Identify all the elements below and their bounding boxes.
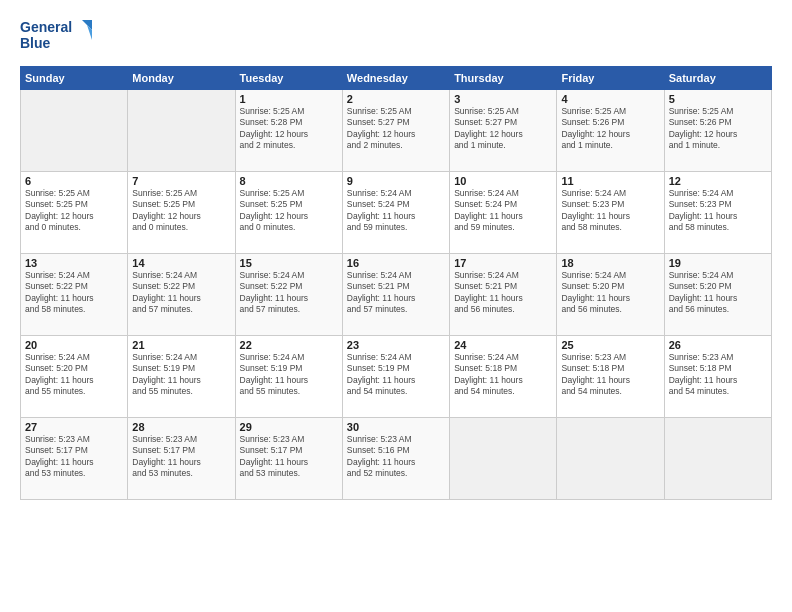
day-number: 12 [669,175,767,187]
calendar-cell: 20Sunrise: 5:24 AM Sunset: 5:20 PM Dayli… [21,336,128,418]
calendar-week-3: 13Sunrise: 5:24 AM Sunset: 5:22 PM Dayli… [21,254,772,336]
day-info: Sunrise: 5:25 AM Sunset: 5:26 PM Dayligh… [669,106,767,152]
day-info: Sunrise: 5:24 AM Sunset: 5:22 PM Dayligh… [240,270,338,316]
weekday-header-monday: Monday [128,67,235,90]
weekday-header-friday: Friday [557,67,664,90]
calendar-cell: 19Sunrise: 5:24 AM Sunset: 5:20 PM Dayli… [664,254,771,336]
calendar-week-4: 20Sunrise: 5:24 AM Sunset: 5:20 PM Dayli… [21,336,772,418]
day-number: 5 [669,93,767,105]
day-number: 27 [25,421,123,433]
day-number: 17 [454,257,552,269]
day-number: 11 [561,175,659,187]
calendar-cell: 8Sunrise: 5:25 AM Sunset: 5:25 PM Daylig… [235,172,342,254]
calendar-cell: 1Sunrise: 5:25 AM Sunset: 5:28 PM Daylig… [235,90,342,172]
day-number: 20 [25,339,123,351]
day-info: Sunrise: 5:24 AM Sunset: 5:22 PM Dayligh… [25,270,123,316]
day-info: Sunrise: 5:24 AM Sunset: 5:20 PM Dayligh… [561,270,659,316]
calendar-cell [21,90,128,172]
day-number: 13 [25,257,123,269]
day-number: 2 [347,93,445,105]
day-info: Sunrise: 5:23 AM Sunset: 5:17 PM Dayligh… [132,434,230,480]
day-info: Sunrise: 5:24 AM Sunset: 5:20 PM Dayligh… [669,270,767,316]
day-number: 21 [132,339,230,351]
calendar-table: SundayMondayTuesdayWednesdayThursdayFrid… [20,66,772,500]
day-info: Sunrise: 5:24 AM Sunset: 5:20 PM Dayligh… [25,352,123,398]
calendar-cell: 11Sunrise: 5:24 AM Sunset: 5:23 PM Dayli… [557,172,664,254]
day-number: 6 [25,175,123,187]
calendar-week-2: 6Sunrise: 5:25 AM Sunset: 5:25 PM Daylig… [21,172,772,254]
calendar-cell: 25Sunrise: 5:23 AM Sunset: 5:18 PM Dayli… [557,336,664,418]
calendar-cell: 27Sunrise: 5:23 AM Sunset: 5:17 PM Dayli… [21,418,128,500]
weekday-header-wednesday: Wednesday [342,67,449,90]
day-number: 23 [347,339,445,351]
day-number: 30 [347,421,445,433]
calendar-cell: 22Sunrise: 5:24 AM Sunset: 5:19 PM Dayli… [235,336,342,418]
day-info: Sunrise: 5:24 AM Sunset: 5:24 PM Dayligh… [347,188,445,234]
day-number: 22 [240,339,338,351]
day-info: Sunrise: 5:24 AM Sunset: 5:23 PM Dayligh… [561,188,659,234]
calendar-cell: 30Sunrise: 5:23 AM Sunset: 5:16 PM Dayli… [342,418,449,500]
day-number: 1 [240,93,338,105]
calendar-cell: 15Sunrise: 5:24 AM Sunset: 5:22 PM Dayli… [235,254,342,336]
day-number: 18 [561,257,659,269]
day-number: 15 [240,257,338,269]
calendar-cell: 2Sunrise: 5:25 AM Sunset: 5:27 PM Daylig… [342,90,449,172]
calendar-cell: 4Sunrise: 5:25 AM Sunset: 5:26 PM Daylig… [557,90,664,172]
day-number: 9 [347,175,445,187]
calendar-cell: 10Sunrise: 5:24 AM Sunset: 5:24 PM Dayli… [450,172,557,254]
calendar-cell: 16Sunrise: 5:24 AM Sunset: 5:21 PM Dayli… [342,254,449,336]
page-header: General Blue [20,16,772,56]
day-info: Sunrise: 5:23 AM Sunset: 5:17 PM Dayligh… [25,434,123,480]
day-number: 8 [240,175,338,187]
day-info: Sunrise: 5:25 AM Sunset: 5:28 PM Dayligh… [240,106,338,152]
day-number: 3 [454,93,552,105]
day-info: Sunrise: 5:24 AM Sunset: 5:19 PM Dayligh… [132,352,230,398]
day-number: 7 [132,175,230,187]
calendar-cell: 5Sunrise: 5:25 AM Sunset: 5:26 PM Daylig… [664,90,771,172]
day-number: 28 [132,421,230,433]
day-info: Sunrise: 5:25 AM Sunset: 5:26 PM Dayligh… [561,106,659,152]
calendar-cell: 7Sunrise: 5:25 AM Sunset: 5:25 PM Daylig… [128,172,235,254]
calendar-cell [557,418,664,500]
calendar-cell: 26Sunrise: 5:23 AM Sunset: 5:18 PM Dayli… [664,336,771,418]
weekday-header-sunday: Sunday [21,67,128,90]
day-info: Sunrise: 5:24 AM Sunset: 5:19 PM Dayligh… [240,352,338,398]
day-info: Sunrise: 5:24 AM Sunset: 5:22 PM Dayligh… [132,270,230,316]
calendar-cell: 18Sunrise: 5:24 AM Sunset: 5:20 PM Dayli… [557,254,664,336]
calendar-cell: 6Sunrise: 5:25 AM Sunset: 5:25 PM Daylig… [21,172,128,254]
day-number: 14 [132,257,230,269]
day-number: 16 [347,257,445,269]
weekday-header-saturday: Saturday [664,67,771,90]
calendar-week-5: 27Sunrise: 5:23 AM Sunset: 5:17 PM Dayli… [21,418,772,500]
day-number: 4 [561,93,659,105]
logo-svg: General Blue [20,16,100,56]
day-info: Sunrise: 5:25 AM Sunset: 5:27 PM Dayligh… [454,106,552,152]
calendar-cell: 14Sunrise: 5:24 AM Sunset: 5:22 PM Dayli… [128,254,235,336]
day-number: 24 [454,339,552,351]
day-number: 29 [240,421,338,433]
day-number: 19 [669,257,767,269]
day-info: Sunrise: 5:25 AM Sunset: 5:27 PM Dayligh… [347,106,445,152]
day-info: Sunrise: 5:23 AM Sunset: 5:18 PM Dayligh… [561,352,659,398]
day-number: 26 [669,339,767,351]
day-info: Sunrise: 5:25 AM Sunset: 5:25 PM Dayligh… [25,188,123,234]
svg-text:General: General [20,19,72,35]
day-info: Sunrise: 5:23 AM Sunset: 5:16 PM Dayligh… [347,434,445,480]
calendar-cell [664,418,771,500]
weekday-header-thursday: Thursday [450,67,557,90]
day-info: Sunrise: 5:24 AM Sunset: 5:21 PM Dayligh… [347,270,445,316]
day-info: Sunrise: 5:25 AM Sunset: 5:25 PM Dayligh… [132,188,230,234]
svg-text:Blue: Blue [20,35,51,51]
day-info: Sunrise: 5:24 AM Sunset: 5:19 PM Dayligh… [347,352,445,398]
day-number: 10 [454,175,552,187]
day-info: Sunrise: 5:24 AM Sunset: 5:24 PM Dayligh… [454,188,552,234]
calendar-cell [128,90,235,172]
day-info: Sunrise: 5:23 AM Sunset: 5:17 PM Dayligh… [240,434,338,480]
weekday-header-row: SundayMondayTuesdayWednesdayThursdayFrid… [21,67,772,90]
day-number: 25 [561,339,659,351]
weekday-header-tuesday: Tuesday [235,67,342,90]
day-info: Sunrise: 5:23 AM Sunset: 5:18 PM Dayligh… [669,352,767,398]
logo: General Blue [20,16,100,56]
calendar-cell: 23Sunrise: 5:24 AM Sunset: 5:19 PM Dayli… [342,336,449,418]
calendar-cell: 3Sunrise: 5:25 AM Sunset: 5:27 PM Daylig… [450,90,557,172]
